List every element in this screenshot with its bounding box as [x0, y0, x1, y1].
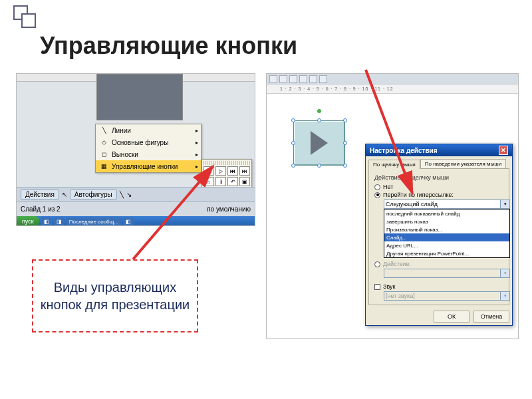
autoshapes-menu: ╲ Линии ▸ ◇ Основные фигуры ▸ ◻ Выноски … — [95, 124, 201, 173]
line-tool-icon[interactable]: ╲ — [120, 191, 124, 198]
dropdown-option[interactable]: Адрес URL... — [384, 241, 509, 249]
menu-label: Линии — [112, 127, 131, 134]
callout-box: Виды управляющих кнопок для презентации — [32, 259, 198, 332]
action-combo: ▾ — [384, 269, 510, 278]
rotation-handle[interactable] — [317, 109, 321, 113]
start-button[interactable]: пуск — [17, 216, 39, 226]
radio-icon — [374, 261, 380, 267]
submenu-arrow-icon: ▸ — [196, 128, 198, 134]
tab-mouse-over[interactable]: По наведении указателя мыши — [420, 159, 507, 168]
sound-combo: [нет звука] ▾ — [384, 291, 510, 301]
page-title: Управляющие кнопки — [40, 32, 297, 60]
cancel-button[interactable]: Отмена — [473, 311, 509, 323]
submenu-arrow-icon: ▸ — [196, 152, 198, 158]
checkbox-label: Звук — [383, 283, 395, 290]
shapes-icon: ◇ — [98, 138, 109, 147]
combo-value: Следующий слайд — [386, 201, 438, 207]
dropdown-arrow-icon: ▾ — [500, 269, 509, 277]
toolbar-icon[interactable] — [299, 75, 307, 83]
dropdown-option[interactable]: последний показанный слайд — [384, 209, 509, 217]
close-icon[interactable]: ✕ — [499, 146, 508, 155]
callout-icon: ◻ — [98, 150, 109, 159]
resize-handle[interactable] — [343, 141, 347, 145]
action-btn-end[interactable]: ⏭ — [239, 166, 250, 176]
menu-label: Выноски — [112, 151, 138, 158]
hyperlink-dropdown-list: последний показанный слайд завершить пок… — [384, 209, 510, 258]
resize-handle[interactable] — [291, 118, 295, 122]
hyperlink-combo[interactable]: Следующий слайд ▾ — [384, 200, 510, 209]
status-bar: Слайд 1 из 2 по умолчанию — [17, 201, 255, 216]
toolbar-icon[interactable] — [279, 75, 287, 83]
slide-indicator: Слайд 1 из 2 — [21, 205, 61, 213]
dropdown-option[interactable]: Другая презентация PowerPoint... — [384, 249, 509, 257]
action-settings-dialog: Настройка действия ✕ По щелчку мыши По н… — [365, 144, 513, 326]
arrow-tool-icon[interactable]: ↘ — [126, 191, 132, 198]
action-btn-movie[interactable]: ▣ — [239, 177, 250, 186]
resize-handle[interactable] — [317, 118, 321, 122]
right-screenshot-panel: 1 · 2 · 3 · 4 · 5 · 6 · 7 · 8 · 9 · 10 ·… — [266, 73, 519, 339]
radio-label: Нет — [383, 184, 393, 190]
radio-hyperlink-row[interactable]: Перейти по гиперссылке: — [374, 192, 503, 198]
checkbox-icon[interactable] — [374, 284, 380, 290]
dialog-buttons: ОК Отмена — [366, 308, 512, 325]
drawing-toolbar: Действия ↖ Автофигуры ╲ ↘ — [17, 187, 255, 201]
group-label: Действие по щелчку мыши — [374, 174, 503, 181]
left-screenshot-panel: ╲ Линии ▸ ◇ Основные фигуры ▸ ◻ Выноски … — [16, 73, 255, 226]
slide-area — [96, 74, 183, 120]
resize-handle[interactable] — [291, 141, 295, 145]
dropdown-arrow-icon: ▾ — [500, 292, 509, 300]
grip-bar[interactable] — [203, 161, 250, 165]
menu-label: Основные фигуры — [112, 139, 168, 146]
dropdown-arrow-icon[interactable]: ▾ — [500, 200, 509, 208]
combo-value: [нет звука] — [386, 293, 415, 299]
dialog-titlebar[interactable]: Настройка действия ✕ — [366, 144, 512, 156]
ok-button[interactable]: ОК — [434, 311, 469, 323]
resize-handle[interactable] — [291, 164, 295, 168]
menu-item-action-buttons[interactable]: ▦ Управляющие кнопки ▸ — [96, 160, 201, 172]
radio-action-row: Действие: — [374, 261, 503, 267]
dialog-tabs: По щелчку мыши По наведении указателя мы… — [366, 156, 512, 168]
template-name: по умолчанию — [207, 205, 251, 213]
resize-handle[interactable] — [343, 164, 347, 168]
submenu-arrow-icon: ▸ — [196, 164, 198, 170]
radio-none-row[interactable]: Нет — [374, 184, 503, 190]
dropdown-option[interactable]: Произвольный показ... — [384, 225, 509, 233]
menu-item-lines[interactable]: ╲ Линии ▸ — [96, 124, 201, 136]
action-button-shape[interactable] — [293, 120, 345, 166]
dialog-body: Действие по щелчку мыши Нет Перейти по г… — [368, 168, 509, 305]
lines-icon: ╲ — [98, 126, 109, 135]
menu-item-callouts[interactable]: ◻ Выноски ▸ — [96, 148, 201, 160]
action-btn-begin[interactable]: ⏮ — [227, 166, 238, 176]
submenu-arrow-icon: ▸ — [196, 140, 198, 146]
radio-label: Действие: — [383, 261, 411, 267]
radio-icon[interactable] — [374, 184, 380, 190]
menu-label: Управляющие кнопки — [112, 163, 178, 170]
toolbar-icon[interactable] — [309, 75, 317, 83]
dropdown-option[interactable]: завершить показ — [384, 217, 509, 225]
play-icon — [311, 131, 328, 155]
resize-handle[interactable] — [317, 164, 321, 168]
taskbar-item[interactable]: Последние сообщ... — [66, 217, 121, 225]
radio-icon[interactable] — [374, 192, 380, 198]
tab-mouse-click[interactable]: По щелчку мыши — [368, 160, 420, 169]
menu-item-basic-shapes[interactable]: ◇ Основные фигуры ▸ — [96, 136, 201, 148]
action-btn-home[interactable]: ⌂ — [203, 177, 214, 186]
radio-label: Перейти по гиперссылке: — [383, 192, 454, 198]
dropdown-option[interactable]: Слайд... — [384, 233, 509, 241]
autoshapes-button[interactable]: Автофигуры — [70, 190, 117, 200]
resize-handle[interactable] — [343, 118, 347, 122]
taskbar-item[interactable]: ◨ — [54, 217, 65, 225]
actions-button[interactable]: Действия — [21, 190, 59, 200]
pointer-icon[interactable]: ↖ — [62, 191, 67, 198]
toolbar-icon[interactable] — [269, 75, 277, 83]
action-btn-return[interactable]: ↶ — [227, 177, 238, 186]
taskbar-item[interactable]: ◧ — [41, 217, 52, 225]
action-btn-info[interactable]: ℹ — [215, 177, 226, 186]
formatting-toolbar — [267, 74, 518, 84]
action-btn-back[interactable]: ◁ — [203, 166, 214, 176]
check-sound-row[interactable]: Звук — [374, 283, 503, 290]
action-btn-forward[interactable]: ▷ — [215, 166, 226, 176]
toolbar-icon[interactable] — [289, 75, 297, 83]
toolbar-icon[interactable] — [319, 75, 327, 83]
taskbar-item[interactable]: ◧ — [123, 217, 134, 225]
